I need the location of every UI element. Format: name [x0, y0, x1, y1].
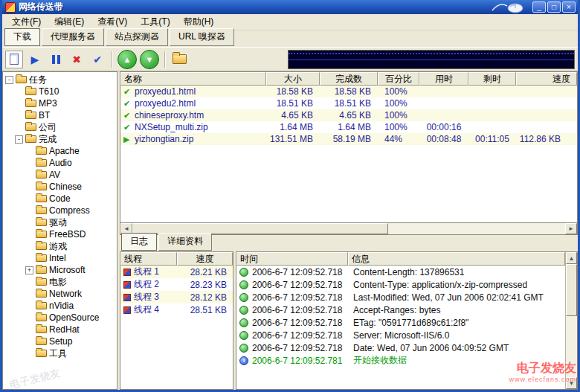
- tab[interactable]: URL 嗅探器: [170, 28, 234, 46]
- tree-expander-icon[interactable]: [25, 159, 33, 167]
- log-row[interactable]: 2006-6-7 12:09:52.718 Last-Modified: Wed…: [236, 291, 565, 303]
- task-row[interactable]: NXSetup_multi.zip 1.64 MB 1.64 MB 100% 0…: [120, 121, 577, 133]
- open-folder-button[interactable]: [170, 51, 188, 68]
- tree-expander-icon[interactable]: [25, 231, 33, 239]
- tree-item[interactable]: Code: [3, 193, 117, 205]
- tree-expander-icon[interactable]: -: [15, 135, 23, 144]
- tree-item[interactable]: RedHat: [3, 324, 117, 335]
- tree-expander-icon[interactable]: [25, 242, 33, 251]
- tree-item[interactable]: 电影: [3, 276, 117, 288]
- tree-expander-icon[interactable]: [25, 302, 33, 310]
- tree-item[interactable]: Network: [3, 288, 117, 300]
- log-column-header[interactable]: 信息: [348, 252, 565, 266]
- log-row[interactable]: 2006-6-7 12:09:52.718 Accept-Ranges: byt…: [236, 303, 565, 316]
- tree-expander-icon[interactable]: [15, 112, 23, 120]
- tree-item[interactable]: T610: [3, 86, 117, 97]
- tree-item[interactable]: + Microsoft: [3, 264, 117, 276]
- tab[interactable]: 日志: [121, 233, 157, 251]
- task-column-header[interactable]: 速度: [516, 72, 577, 86]
- tab[interactable]: 详细资料: [158, 233, 212, 251]
- minimize-button[interactable]: _: [532, 1, 546, 13]
- task-size: 131.51 MB: [266, 133, 320, 145]
- log-row[interactable]: 2006-6-7 12:09:52.718 ETag: "0591771d689…: [236, 316, 565, 329]
- tree-expander-icon[interactable]: [25, 207, 33, 215]
- task-row[interactable]: proxyedu1.html 18.58 KB 18.58 KB 100%: [120, 86, 577, 97]
- tree-expander-icon[interactable]: [15, 100, 23, 108]
- task-column-header[interactable]: 剩时: [468, 72, 516, 86]
- tree-expander-icon[interactable]: [25, 326, 33, 334]
- task-row[interactable]: proxyedu2.html 18.51 KB 18.51 KB 100%: [120, 97, 577, 109]
- tree-item[interactable]: AV: [3, 169, 117, 181]
- task-column-header[interactable]: 名称: [120, 72, 266, 86]
- title-bar[interactable]: 网络传送带 _ □ ×: [2, 0, 578, 14]
- tab[interactable]: 下载: [4, 28, 40, 46]
- new-task-button[interactable]: [5, 51, 23, 68]
- log-row[interactable]: 2006-6-7 12:09:52.718 Date: Wed, 07 Jun …: [236, 341, 565, 354]
- close-button[interactable]: ×: [562, 1, 576, 13]
- vertical-scrollbar-thumb[interactable]: [566, 264, 577, 316]
- tree-expander-icon[interactable]: [25, 183, 33, 191]
- tree-item[interactable]: 公司: [3, 121, 117, 133]
- tree-expander-icon[interactable]: [25, 278, 33, 286]
- tree-item[interactable]: Chinese: [3, 181, 117, 193]
- maximize-button[interactable]: □: [547, 1, 561, 13]
- tree-expander-icon[interactable]: [25, 350, 33, 358]
- task-column-header[interactable]: 完成数: [320, 72, 378, 86]
- pause-button[interactable]: [47, 51, 65, 68]
- move-up-button[interactable]: ▲: [117, 50, 137, 69]
- tree-expander-icon[interactable]: [25, 147, 33, 155]
- thread-row[interactable]: 线程 1 28.21 KB: [120, 266, 233, 278]
- tree-expander-icon[interactable]: [15, 123, 23, 132]
- tree-expander-icon[interactable]: [25, 290, 33, 298]
- tree-item[interactable]: - 任务: [3, 74, 117, 86]
- tree-expander-icon[interactable]: [25, 254, 33, 263]
- task-row[interactable]: yizhongtian.zip 131.51 MB 58.19 MB 44% 0…: [120, 133, 577, 145]
- delete-button[interactable]: ✖: [68, 51, 86, 68]
- task-column-header[interactable]: 百分比: [378, 72, 419, 86]
- log-row[interactable]: 2006-6-7 12:09:52.718 Content-Type: appl…: [236, 278, 565, 291]
- app-icon[interactable]: [5, 2, 16, 13]
- task-row[interactable]: chineseproxy.htm 4.65 KB 4.65 KB 100%: [120, 109, 577, 121]
- move-down-button[interactable]: ▼: [140, 50, 159, 69]
- tree-expander-icon[interactable]: [25, 338, 33, 346]
- tree-expander-icon[interactable]: [15, 88, 23, 96]
- log-row[interactable]: 2006-6-7 12:09:52.718 Server: Microsoft-…: [236, 329, 565, 341]
- log-column-header[interactable]: 时间: [236, 252, 348, 266]
- tree-item[interactable]: nVidia: [3, 300, 117, 312]
- start-button[interactable]: ▶: [26, 51, 44, 68]
- tab[interactable]: 代理服务器: [42, 28, 104, 46]
- task-time-used: 00:08:48: [419, 133, 468, 145]
- confirm-button[interactable]: ✔: [88, 51, 106, 68]
- tree-expander-icon[interactable]: [25, 195, 33, 203]
- tree-item[interactable]: BT: [3, 109, 117, 121]
- task-column-header[interactable]: 用时: [419, 72, 468, 86]
- tab[interactable]: 站点探测器: [106, 28, 168, 46]
- tree-item[interactable]: Apache: [3, 145, 117, 157]
- tree-item[interactable]: FreeBSD: [3, 228, 117, 240]
- tree-item[interactable]: - 完成: [3, 133, 117, 145]
- thread-column-header[interactable]: 线程: [120, 252, 177, 266]
- thread-column-header[interactable]: 速度: [177, 252, 233, 266]
- tree-expander-icon[interactable]: [25, 219, 33, 227]
- tree-item[interactable]: Intel: [3, 252, 117, 264]
- tree-expander-icon[interactable]: [25, 171, 33, 179]
- log-row[interactable]: 2006-6-7 12:09:52.718 Content-Length: 13…: [236, 266, 565, 278]
- tree-item[interactable]: Audio: [3, 157, 117, 169]
- tree-item[interactable]: MP3: [3, 97, 117, 109]
- task-column-header[interactable]: 大小: [266, 72, 320, 86]
- scroll-right-arrow[interactable]: ►: [565, 223, 577, 234]
- thread-row[interactable]: 线程 4 28.51 KB: [120, 303, 233, 316]
- tree-item[interactable]: 驱动: [3, 216, 117, 228]
- tree-expander-icon[interactable]: [25, 314, 33, 322]
- category-tree: - 任务 T610 MP3 BT 公司 - 完成 Apache Audio: [2, 71, 117, 390]
- scroll-up-arrow[interactable]: ▲: [566, 252, 577, 264]
- thread-row[interactable]: 线程 2 28.23 KB: [120, 278, 233, 291]
- tree-item[interactable]: 游戏: [3, 240, 117, 252]
- tree-item[interactable]: 工具: [3, 347, 117, 359]
- thread-row[interactable]: 线程 3 28.12 KB: [120, 291, 233, 303]
- tree-expander-icon[interactable]: +: [25, 266, 33, 274]
- tree-expander-icon[interactable]: -: [5, 76, 13, 84]
- tree-item[interactable]: Compress: [3, 205, 117, 216]
- tree-item[interactable]: OpenSource: [3, 312, 117, 324]
- tree-item[interactable]: Setup: [3, 335, 117, 347]
